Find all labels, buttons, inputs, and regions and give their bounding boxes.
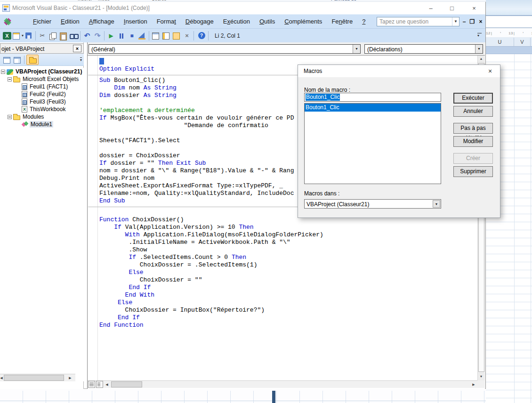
maximize-button[interactable]: □ xyxy=(445,4,459,13)
column-header-v[interactable]: V xyxy=(514,38,531,46)
break-icon[interactable] xyxy=(116,31,127,40)
redo-icon[interactable]: ↷ xyxy=(92,31,103,40)
excel-icon[interactable]: X xyxy=(3,32,11,40)
run-button[interactable]: Exécuter xyxy=(453,93,493,104)
menu-item-format[interactable]: Format xyxy=(152,15,181,29)
column-header-u[interactable]: U xyxy=(486,38,514,46)
menu-item-affichage[interactable]: Affichage xyxy=(84,15,119,29)
tree-item-feuil3-feuil3-[interactable]: Feuil3 (Feuil3) xyxy=(0,98,84,105)
view-object-button[interactable] xyxy=(12,55,22,64)
menu-item-fentre[interactable]: Fenêtre xyxy=(327,15,357,29)
collapse-icon[interactable] xyxy=(1,70,5,74)
dialog-titlebar[interactable]: Macros × xyxy=(298,65,500,77)
project-explorer-close-button[interactable]: × xyxy=(73,45,81,52)
standard-toolbar: X▾✂↶↷▶■×?Li 2, Col 1 xyxy=(0,28,485,42)
paste-icon[interactable] xyxy=(58,31,68,40)
step-into-button[interactable]: Pas à pas détaillé xyxy=(453,123,493,134)
collapse-icon[interactable] xyxy=(8,77,12,81)
minimize-button[interactable]: – xyxy=(424,4,438,13)
scroll-up-icon[interactable]: ▲ xyxy=(478,56,484,62)
full-module-view-button[interactable] xyxy=(96,381,103,388)
stop-icon[interactable]: ■ xyxy=(127,31,137,40)
menu-item-?[interactable]: ? xyxy=(357,15,370,29)
code-margin[interactable] xyxy=(88,56,98,380)
tree-item-modules[interactable]: Modules xyxy=(0,113,84,121)
code-line: Sheets("FACT1").Select xyxy=(99,137,323,145)
toolbar-overflow-icon[interactable]: ▾ xyxy=(477,33,482,38)
ribbon-fragment: Panneau de xyxy=(331,0,356,1)
run-icon[interactable]: ▶ xyxy=(106,31,116,40)
object-browser-icon[interactable] xyxy=(171,31,182,40)
edit-button[interactable]: Modifier xyxy=(453,136,493,147)
code-horizontal-scrollbar[interactable]: ◀ ▶ xyxy=(88,380,478,388)
menu-item-complments[interactable]: Compléments xyxy=(280,15,327,29)
project-horizontal-scrollbar[interactable]: ◀ ▶ xyxy=(0,374,75,381)
scroll-right-icon[interactable]: ▶ xyxy=(470,381,477,388)
collapse-icon[interactable] xyxy=(8,115,12,119)
menu-item-fichier[interactable]: Fichier xyxy=(28,15,56,29)
child-close-button[interactable]: × xyxy=(477,18,484,25)
save-icon[interactable] xyxy=(24,31,34,40)
scrollbar-thumb[interactable] xyxy=(111,381,142,387)
menu-item-dbogage[interactable]: Débogage xyxy=(181,15,218,29)
chevron-down-icon[interactable]: ▼ xyxy=(452,17,459,26)
menu-bar: FichierEditionAffichageInsertionFormatDé… xyxy=(0,14,485,28)
toggle-folders-button[interactable] xyxy=(26,55,39,65)
delete-button[interactable]: Supprimer xyxy=(453,166,493,177)
tree-item-microsoft-excel-objets[interactable]: Microsoft Excel Objets xyxy=(0,75,84,83)
question-search-box[interactable]: Tapez une question ▼ xyxy=(377,17,459,26)
view-code-button[interactable] xyxy=(1,55,12,64)
properties-window-icon[interactable] xyxy=(161,31,171,40)
code-line: If Val(Application.Version) >= 10 Then xyxy=(99,224,323,231)
scroll-left-icon[interactable]: ◀ xyxy=(104,381,110,388)
cancel-button[interactable]: Annuler xyxy=(453,106,493,117)
gridline xyxy=(514,54,515,403)
panel-overflow-icon[interactable]: ▾ xyxy=(80,57,82,62)
procedure-view-button[interactable] xyxy=(88,381,95,388)
code-line: Debug.Print nom xyxy=(99,175,323,182)
tree-item-thisworkbook[interactable]: XThisWorkbook xyxy=(0,105,84,113)
close-button[interactable]: × xyxy=(467,4,481,13)
menu-item-outils[interactable]: Outils xyxy=(255,15,280,29)
macros-in-combo[interactable]: VBAProject (Classeur21) ▼ xyxy=(304,199,441,209)
undo-icon[interactable]: ↶ xyxy=(82,31,92,40)
design-mode-icon[interactable] xyxy=(137,31,147,40)
tree-item-module1[interactable]: Module1 xyxy=(0,121,84,128)
chevron-down-icon[interactable]: ▼ xyxy=(353,45,360,53)
code-line: ChoixDossier = "" xyxy=(99,276,323,284)
menu-item-edition[interactable]: Edition xyxy=(56,15,84,29)
vbe-app-icon xyxy=(2,4,10,12)
scroll-down-icon[interactable]: ▼ xyxy=(478,373,484,380)
toolbox-icon[interactable]: × xyxy=(182,31,192,40)
scroll-right-icon[interactable]: ▶ xyxy=(67,375,73,381)
find-icon[interactable] xyxy=(68,31,79,40)
menu-item-insertion[interactable]: Insertion xyxy=(119,15,152,29)
macro-list[interactable]: Bouton1_Clic xyxy=(304,103,441,184)
tree-item-feuil2-feuil2-[interactable]: Feuil2 (Feuil2) xyxy=(0,90,84,98)
code-line xyxy=(99,58,323,65)
tree-item-vbaproject-classeur21-[interactable]: VBAProject (Classeur21) xyxy=(0,68,84,75)
view-excel-icon[interactable]: ▾ xyxy=(12,31,24,40)
chevron-down-icon[interactable]: ▼ xyxy=(475,45,483,53)
tree-item-feuil1-fact1-[interactable]: Feuil1 (FACT1) xyxy=(0,83,84,90)
macro-name-input[interactable]: Bouton1_Clic xyxy=(304,93,441,102)
cut-icon[interactable]: ✂ xyxy=(37,31,48,40)
chevron-down-icon[interactable]: ▼ xyxy=(433,200,440,208)
help-icon[interactable]: ? xyxy=(196,31,207,40)
object-combo[interactable]: (Général) ▼ xyxy=(89,44,361,54)
copy-icon[interactable] xyxy=(48,31,58,40)
sheet-icon xyxy=(22,91,27,97)
code-line: Else xyxy=(99,269,323,276)
code-line: End If xyxy=(99,314,323,322)
child-minimize-button[interactable]: – xyxy=(460,18,468,25)
code-line: With Application.FileDialog(msoFileDialo… xyxy=(99,231,323,239)
menu-item-excution[interactable]: Exécution xyxy=(218,15,255,29)
project-explorer-icon[interactable] xyxy=(151,31,161,40)
scrollbar-thumb[interactable] xyxy=(4,375,64,381)
child-restore-button[interactable]: ❐ xyxy=(468,18,476,25)
macro-list-item[interactable]: Bouton1_Clic xyxy=(305,104,441,112)
vbe-titlebar[interactable]: Microsoft Visual Basic - Classeur21 - [M… xyxy=(0,2,485,14)
dialog-close-icon[interactable]: × xyxy=(486,67,494,75)
project-explorer-header[interactable]: ojet - VBAProject × xyxy=(0,43,84,54)
procedure-combo[interactable]: (Déclarations) ▼ xyxy=(364,44,483,54)
